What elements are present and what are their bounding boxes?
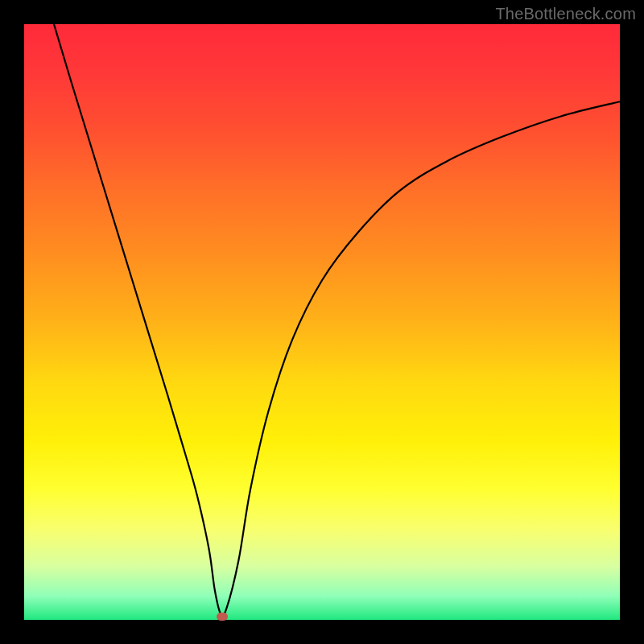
watermark-label: TheBottleneck.com <box>495 5 636 23</box>
bottleneck-curve <box>24 24 620 620</box>
optimal-point-marker <box>217 613 228 621</box>
